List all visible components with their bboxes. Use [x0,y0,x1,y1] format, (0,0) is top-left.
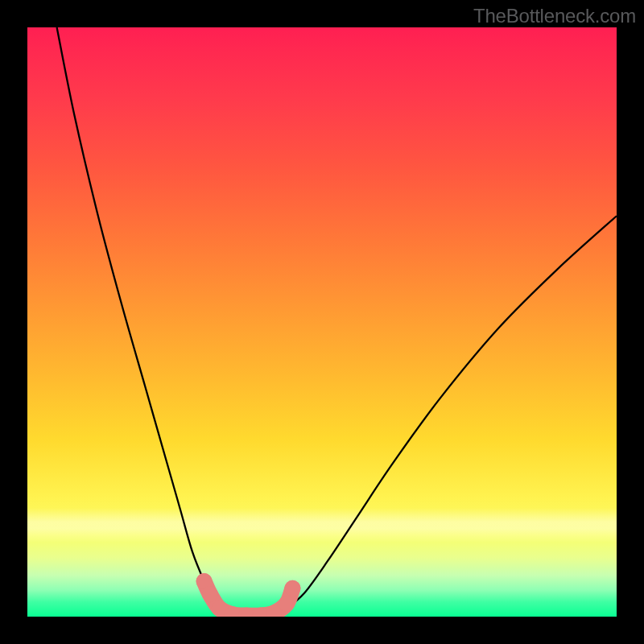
marker-dot [279,596,295,612]
marker-dot [202,586,218,602]
marker-dot [284,580,300,597]
watermark-text: TheBottleneck.com [473,5,636,27]
plot-area [27,27,617,617]
chart-frame: TheBottleneck.com [0,0,644,644]
bottleneck-curve [57,27,617,617]
curve-layer [27,27,617,617]
